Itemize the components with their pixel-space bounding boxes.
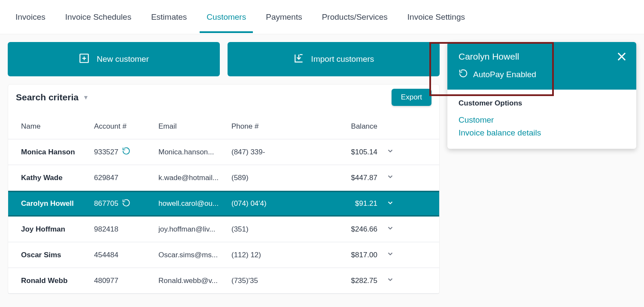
row-phone: (112) 12) [231,251,317,259]
import-customers-label: Import customers [311,54,374,64]
customers-panel: Search criteria ▼ Export Name Account # … [8,84,440,294]
search-criteria-label: Search criteria [16,92,79,102]
tab-estimates[interactable]: Estimates [144,1,194,33]
new-customer-label: New customer [97,54,149,64]
invoice-balance-link[interactable]: Invoice balance details [459,126,625,139]
plus-square-icon [79,53,90,66]
autopay-icon [122,199,131,209]
customer-options-title: Customer Options [459,99,625,108]
col-phone[interactable]: Phone # [231,122,317,131]
row-balance: $447.87 [317,174,377,182]
row-account: 454484 [94,251,158,259]
row-name: Monica Hanson [21,148,94,157]
row-balance: $246.66 [317,225,377,234]
row-email: Oscar.sims@ms... [158,251,231,259]
table-row[interactable]: Kathy Wade629847k.wade@hotmail...(589)$4… [8,165,439,191]
row-email: howell.carol@ou... [158,199,231,208]
row-name: Ronald Webb [21,277,94,285]
row-expand[interactable] [377,147,403,157]
table-header: Name Account # Email Phone # Balance [8,114,439,139]
new-customer-button[interactable]: New customer [8,42,220,76]
col-email[interactable]: Email [158,122,231,131]
row-expand[interactable] [377,224,403,234]
col-account[interactable]: Account # [94,122,158,131]
table-row[interactable]: Oscar Sims454484Oscar.sims@ms...(112) 12… [8,242,439,268]
row-name: Kathy Wade [21,174,94,182]
row-expand[interactable] [377,199,403,209]
search-criteria-toggle[interactable]: Search criteria ▼ [16,92,89,102]
row-name: Oscar Sims [21,251,94,259]
tab-invoices[interactable]: Invoices [9,1,52,33]
row-account: 629847 [94,174,158,182]
tab-customers[interactable]: Customers [200,1,253,33]
row-expand[interactable] [377,276,403,286]
autopay-status: AutoPay Enabled [459,69,625,80]
tab-invoice-settings[interactable]: Invoice Settings [401,1,472,33]
row-phone: (074) 04'4) [231,199,317,208]
row-balance: $91.21 [317,199,377,208]
customer-detail-panel: Carolyn Howell AutoPay Enabled Customer … [447,42,636,149]
table-row[interactable]: Carolyn Howell867705howell.carol@ou...(0… [8,191,439,217]
row-phone: (589) [231,174,317,182]
row-account: 867705 [94,199,158,209]
tab-payments[interactable]: Payments [259,1,309,33]
row-email: joy.hoffman@liv... [158,225,231,234]
autopay-status-label: AutoPay Enabled [473,70,536,79]
customer-link[interactable]: Customer [459,114,625,126]
row-balance: $282.75 [317,277,377,285]
export-button[interactable]: Export [392,89,431,106]
col-name[interactable]: Name [21,122,94,131]
row-balance: $817.00 [317,251,377,259]
tab-products-services[interactable]: Products/Services [315,1,395,33]
detail-customer-name: Carolyn Howell [459,51,625,62]
close-panel-button[interactable] [616,51,628,63]
table-row[interactable]: Ronald Webb480977Ronald.webb@v...(735)'3… [8,268,439,294]
row-expand[interactable] [377,250,403,260]
top-tabs: InvoicesInvoice SchedulesEstimatesCustom… [0,0,644,34]
row-account: 480977 [94,277,158,285]
row-account: 933527 [94,147,158,157]
row-phone: (847) 339- [231,148,317,157]
import-customers-button[interactable]: Import customers [228,42,440,76]
row-email: Monica.hanson... [158,148,231,157]
chevron-down-icon: ▼ [83,94,89,101]
row-expand[interactable] [377,173,403,183]
col-balance[interactable]: Balance [317,122,377,131]
row-email: k.wade@hotmail... [158,174,231,182]
import-icon [293,53,304,66]
row-name: Joy Hoffman [21,225,94,234]
row-phone: (735)'35 [231,277,317,285]
row-name: Carolyn Howell [21,199,94,208]
row-balance: $105.14 [317,148,377,157]
table-row[interactable]: Monica Hanson933527Monica.hanson...(847)… [8,139,439,165]
row-account: 982418 [94,225,158,234]
row-email: Ronald.webb@v... [158,277,231,285]
autopay-icon [122,147,131,157]
table-row[interactable]: Joy Hoffman982418joy.hoffman@liv...(351)… [8,217,439,242]
autopay-refresh-icon [459,69,468,80]
row-phone: (351) [231,225,317,234]
tab-invoice-schedules[interactable]: Invoice Schedules [58,1,138,33]
